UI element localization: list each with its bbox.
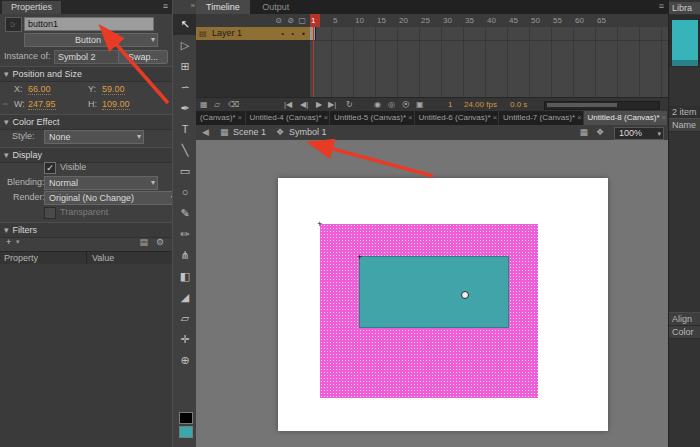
edit-symbols-icon[interactable]: ❖ (596, 125, 604, 140)
tab-properties[interactable]: Properties (2, 1, 61, 14)
edit-multiple-frames-icon[interactable]: ⦿ (402, 98, 410, 112)
lock-icon[interactable]: ⊘ (287, 14, 294, 27)
layer-row-layer1[interactable]: ▤ Layer 1 • • ▪ (196, 27, 310, 40)
new-layer-icon[interactable]: ▦ (200, 98, 208, 112)
onion-skin-icon[interactable]: ◉ (374, 98, 381, 112)
blending-dropdown[interactable]: Normal ▾ (44, 176, 158, 190)
filter-options-icon[interactable]: ⚙ (156, 237, 164, 247)
show-hide-icon[interactable]: ⊙ (275, 14, 282, 27)
subselection-tool[interactable]: ▷ (173, 35, 197, 56)
layer-name[interactable]: Layer 1 (212, 27, 242, 40)
doc-tab-untitled-8[interactable]: Untitled-8 (Canvas)*× (584, 111, 668, 125)
ruler-frame-50[interactable]: 50 (530, 14, 552, 27)
stroke-color-swatch[interactable] (179, 412, 193, 424)
symbol-type-dropdown[interactable]: Button ▾ (24, 33, 158, 47)
pencil-tool[interactable]: ✎ (173, 203, 197, 224)
play-icon[interactable]: ▶ (316, 98, 322, 112)
close-icon[interactable]: × (408, 113, 413, 122)
doc-tab-untitled-5[interactable]: Untitled-5 (Canvas)*× (330, 111, 415, 125)
section-color-effect[interactable]: ▾Color Effect (0, 114, 172, 130)
section-filters[interactable]: ▾Filters (0, 222, 172, 238)
current-frame-indicator[interactable]: 1 (448, 98, 452, 112)
w-value[interactable]: 247.95 (28, 99, 56, 110)
zoom-level-dropdown[interactable]: 100% ▾ (614, 127, 664, 140)
library-name-column-header[interactable]: Name (669, 118, 700, 132)
filter-presets-icon[interactable]: ▤ (139, 237, 148, 247)
doc-tab-untitled-4[interactable]: Untitled-4 (Canvas)*× (246, 111, 331, 125)
ruler-frame-10[interactable]: 10 (354, 14, 376, 27)
layer-outline-color-icon[interactable]: ▪ (302, 27, 305, 40)
brush-tool[interactable]: ✏ (173, 224, 197, 245)
eraser-tool[interactable]: ▱ (173, 308, 197, 329)
close-icon[interactable]: × (324, 113, 329, 122)
ruler-frame-40[interactable]: 40 (486, 14, 508, 27)
hand-tool[interactable]: ✛ (173, 329, 197, 350)
section-display[interactable]: ▾Display (0, 147, 172, 163)
ruler-frame-30[interactable]: 30 (442, 14, 464, 27)
transform-point[interactable] (461, 291, 469, 299)
doc-tab-untitled-7[interactable]: Untitled-7 (Canvas)*× (499, 111, 584, 125)
doc-tab-untitled-6[interactable]: Untitled-6 (Canvas)*× (415, 111, 500, 125)
breadcrumb-symbol[interactable]: Symbol 1 (289, 125, 327, 140)
h-value[interactable]: 109.00 (102, 99, 130, 110)
elapsed-time-indicator[interactable]: 0.0 s (510, 98, 527, 112)
selection-tool[interactable]: ↖ (173, 14, 197, 35)
close-icon[interactable]: × (662, 113, 667, 122)
ruler-frame-60[interactable]: 60 (574, 14, 596, 27)
new-folder-icon[interactable]: ▱ (214, 98, 220, 112)
lock-aspect-icon[interactable]: ⇔ (1, 99, 9, 108)
ruler-frame-35[interactable]: 35 (464, 14, 486, 27)
frame-rate-indicator[interactable]: 24.00 fps (464, 98, 497, 112)
eyedropper-tool[interactable]: ◢ (173, 287, 197, 308)
scrollbar-thumb[interactable] (547, 103, 617, 107)
line-tool[interactable]: ╲ (173, 140, 197, 161)
style-dropdown[interactable]: None ▾ (44, 130, 144, 144)
canvas-pasteboard[interactable]: + + (196, 140, 668, 447)
close-icon[interactable]: × (577, 113, 582, 122)
breadcrumb-scene[interactable]: Scene 1 (233, 125, 266, 140)
panel-menu-icon[interactable]: ≡ (659, 1, 664, 11)
panel-menu-icon[interactable]: ≡ (163, 1, 168, 11)
go-to-first-frame-icon[interactable]: |◀ (284, 98, 292, 112)
ruler-frame-25[interactable]: 25 (420, 14, 442, 27)
text-tool[interactable]: T (173, 119, 197, 140)
ruler-frame-1[interactable]: 1 (310, 14, 332, 27)
swap-button[interactable]: Swap... (118, 50, 168, 64)
delete-layer-icon[interactable]: ⌫ (228, 98, 239, 112)
ruler-frame-55[interactable]: 55 (552, 14, 574, 27)
visible-checkbox[interactable]: ✓ (44, 162, 56, 174)
fill-color-swatch[interactable] (179, 426, 193, 438)
frame-grid[interactable] (310, 27, 668, 97)
rectangle-tool[interactable]: ▭ (173, 161, 197, 182)
pen-tool[interactable]: ✒ (173, 98, 197, 119)
ruler-frame-15[interactable]: 15 (376, 14, 398, 27)
x-value[interactable]: 66.00 (28, 84, 51, 95)
render-dropdown[interactable]: Original (No Change) ▾ (44, 191, 178, 205)
step-forward-icon[interactable]: ▶| (328, 98, 336, 112)
tab-align[interactable]: Align (669, 312, 700, 326)
section-position-size[interactable]: ▾Position and Size (0, 66, 172, 82)
tab-library[interactable]: Libra (669, 2, 700, 14)
edit-scene-icon[interactable]: ▦ (579, 125, 588, 140)
ruler-frame-65[interactable]: 65 (596, 14, 618, 27)
tab-timeline[interactable]: Timeline (196, 0, 250, 14)
oval-tool[interactable]: ○ (173, 182, 197, 203)
close-icon[interactable]: × (238, 113, 243, 122)
step-back-icon[interactable]: ◀| (300, 98, 308, 112)
y-value[interactable]: 59.00 (102, 84, 125, 95)
ruler-frame-45[interactable]: 45 (508, 14, 530, 27)
onion-skin-outline-icon[interactable]: ◎ (388, 98, 395, 112)
back-icon[interactable]: ◀ (202, 125, 209, 140)
zoom-tool[interactable]: ⊕ (173, 350, 197, 371)
bone-tool[interactable]: ⋔ (173, 245, 197, 266)
outline-icon[interactable]: ▢ (298, 14, 306, 27)
modify-markers-icon[interactable]: ▣ (416, 98, 424, 112)
button-instance-teal-rect[interactable] (360, 257, 508, 327)
add-filter-caret-icon[interactable]: ▾ (16, 238, 20, 246)
instance-name-input[interactable]: button1 (24, 17, 154, 31)
doc-tab-canvas[interactable]: (Canvas)*× (196, 111, 246, 125)
tab-color[interactable]: Color (669, 326, 700, 339)
loop-icon[interactable]: ↻ (346, 98, 353, 112)
layer-lock-dot-icon[interactable]: • (291, 27, 294, 40)
collapse-panel-icon[interactable]: » (191, 1, 195, 10)
